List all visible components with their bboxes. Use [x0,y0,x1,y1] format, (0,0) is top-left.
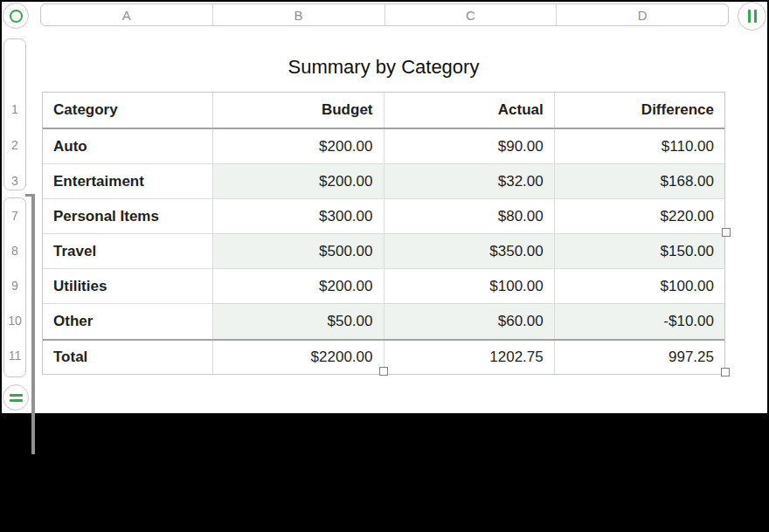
cell-B2[interactable]: $200.00 [213,129,384,163]
table-row-personal-items: Personal Items$300.00$80.00$220.00 [43,199,724,234]
table-resize-handle-bottom[interactable] [379,367,388,376]
cell-D11[interactable]: 997.25 [555,341,724,374]
row-header-1[interactable]: 1 [3,100,26,118]
cell-C11[interactable]: 1202.75 [384,341,555,374]
column-header-bar: ABCD [40,3,729,26]
table-row-travel: Travel$500.00$350.00$150.00 [43,234,724,269]
column-header-A[interactable]: A [41,4,213,25]
cell-B3[interactable]: $200.00 [213,164,384,198]
cell-A1[interactable]: Category [43,93,213,128]
cell-A3[interactable]: Entertaiment [43,164,213,198]
cell-B9[interactable]: $200.00 [213,269,384,303]
spreadsheet-canvas: ABCD Summary by Category CategoryBudgetA… [2,2,767,413]
cell-C1[interactable]: Actual [384,93,555,128]
row-header-7[interactable]: 7 [3,207,26,225]
circle-outline-icon [10,10,23,23]
table-header-row: CategoryBudgetActualDifference [43,93,724,129]
table-resize-handle-right[interactable] [722,228,731,237]
table-row-other: Other$50.00$60.00-$10.00 [43,304,724,339]
cell-C8[interactable]: $350.00 [384,234,555,268]
cell-A10[interactable]: Other [43,304,213,339]
cell-B1[interactable]: Budget [213,93,384,128]
cell-A11[interactable]: Total [43,341,213,374]
numbers-spreadsheet-view: { "title": "Summary by Category", "colum… [0,0,769,532]
row-header-2[interactable]: 2 [3,136,26,154]
cell-D10[interactable]: -$10.00 [555,304,724,339]
cell-C3[interactable]: $32.00 [384,164,555,198]
column-header-B[interactable]: B [213,4,385,25]
add-row-icon [10,394,23,397]
table-row-utilities: Utilities$200.00$100.00$100.00 [43,269,724,304]
row-header-10[interactable]: 10 [3,312,26,329]
cell-D8[interactable]: $150.00 [555,234,724,268]
cell-B7[interactable]: $300.00 [213,199,384,233]
add-column-button[interactable] [738,2,766,31]
cell-A2[interactable]: Auto [43,129,213,163]
cell-D9[interactable]: $100.00 [555,269,724,303]
table-resize-handle-corner[interactable] [721,368,730,377]
cell-D1[interactable]: Difference [555,93,724,128]
column-header-D[interactable]: D [557,4,728,25]
row-header-9[interactable]: 9 [3,277,26,294]
row-header-3[interactable]: 3 [3,172,26,190]
cell-C2[interactable]: $90.00 [384,129,555,163]
cell-A8[interactable]: Travel [43,234,213,268]
summary-table: CategoryBudgetActualDifferenceAuto$200.0… [42,92,725,375]
table-row-entertaiment: Entertaiment$200.00$32.00$168.00 [43,164,724,199]
cell-B10[interactable]: $50.00 [213,304,384,339]
cell-D7[interactable]: $220.00 [555,199,724,233]
cell-B8[interactable]: $500.00 [213,234,384,268]
cell-A7[interactable]: Personal Items [43,199,213,233]
cell-D3[interactable]: $168.00 [555,164,724,198]
row-header-8[interactable]: 8 [3,242,26,259]
row-header-11[interactable]: 11 [3,347,26,364]
table-title[interactable]: Summary by Category [42,54,725,80]
cell-C10[interactable]: $60.00 [384,304,555,339]
cell-B11[interactable]: $2200.00 [213,341,384,374]
cell-D2[interactable]: $110.00 [555,129,724,163]
add-column-icon [748,10,751,23]
hidden-rows-callout-line [31,194,35,454]
table-row-auto: Auto$200.00$90.00$110.00 [43,129,724,164]
cell-C7[interactable]: $80.00 [384,199,555,233]
cell-A9[interactable]: Utilities [43,269,213,303]
add-row-button[interactable] [3,384,29,411]
column-header-C[interactable]: C [385,4,558,25]
cell-C9[interactable]: $100.00 [384,269,555,303]
table-corner-button[interactable] [3,3,29,29]
